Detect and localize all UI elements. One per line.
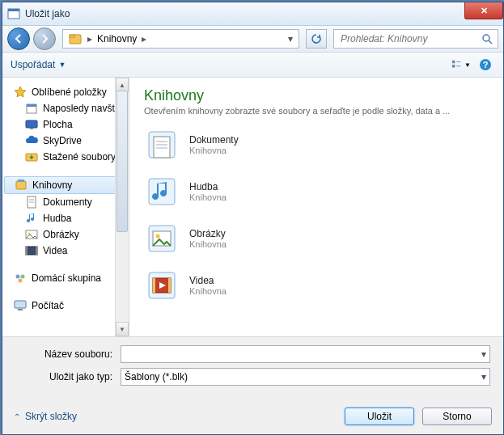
sidebar-item-videos[interactable]: Videa [2,243,129,259]
filetype-value: Šablony (*.blk) [125,371,188,382]
breadcrumb-item[interactable]: Knihovny [94,33,140,44]
pictures-library-icon [144,221,180,256]
svg-rect-7 [452,65,455,68]
sidebar-item-label: Obrázky [43,229,79,240]
organize-label: Uspořádat [11,59,55,70]
chevron-down-icon[interactable]: ▾ [481,348,486,360]
window-title: Uložit jako [25,8,70,19]
library-item-videos[interactable]: VideaKnihovna [144,268,489,303]
sidebar-item-label: Počítač [32,300,64,311]
svg-rect-14 [26,120,37,128]
main-area: Oblíbené položky Naposledy navští Plocha… [2,78,503,336]
forward-button[interactable] [33,27,56,50]
sidebar-favorites[interactable]: Oblíbené položky [2,84,129,100]
svg-rect-33 [154,137,170,158]
svg-point-40 [156,234,160,239]
sidebar-item-skydrive[interactable]: SkyDrive [2,133,129,149]
svg-point-29 [19,279,23,283]
sidebar-item-label: Oblíbené položky [32,87,107,98]
sidebar-computer[interactable]: Počítač [2,298,129,314]
svg-rect-15 [30,128,33,129]
svg-text:?: ? [483,60,489,70]
sidebar-item-pictures[interactable]: Obrázky [2,226,129,243]
library-type: Knihovna [189,286,227,296]
organize-button[interactable]: Uspořádat ▼ [11,59,66,70]
cancel-button[interactable]: Storno [422,408,492,425]
hide-folders-label: Skrýt složky [25,411,77,422]
homegroup-icon [14,272,27,285]
sidebar-item-documents[interactable]: Dokumenty [2,194,129,210]
search-box[interactable] [333,29,498,49]
library-item-documents[interactable]: DokumentyKnihovna [144,127,489,163]
address-bar[interactable]: ▸ Knihovny ▸ ▾ [62,29,299,49]
svg-point-4 [483,35,489,41]
view-options-button[interactable]: ▼ [451,56,471,74]
address-dropdown-icon[interactable]: ▾ [284,33,297,44]
svg-rect-43 [153,278,155,293]
breadcrumb-sep-icon: ▸ [140,33,148,44]
close-icon: ✕ [481,6,488,16]
cloud-icon [25,134,38,147]
sidebar-item-label: Naposledy navští [43,103,117,114]
hide-folders-button[interactable]: ⌃ Skrýt složky [14,411,77,422]
search-icon [481,33,493,44]
star-icon [14,86,27,99]
sidebar-homegroup[interactable]: Domácí skupina [2,270,129,286]
library-type: Knihovna [189,192,227,202]
library-name: Videa [189,275,227,286]
chevron-down-icon: ▼ [58,61,66,69]
breadcrumb-sep-icon: ▸ [86,33,94,44]
sidebar-item-music[interactable]: Hudba [2,210,129,226]
svg-rect-6 [452,61,455,64]
save-button[interactable]: Uložit [345,408,414,425]
sidebar-group-homegroup: Domácí skupina [2,270,129,286]
refresh-button[interactable] [306,29,327,49]
sidebar-item-label: Knihovny [32,179,72,191]
picture-icon [25,228,38,241]
music-library-icon [144,174,180,209]
back-button[interactable] [7,27,30,50]
svg-rect-30 [15,301,26,308]
sidebar-item-label: Plocha [43,119,73,130]
svg-point-27 [16,275,20,279]
title-bar[interactable]: Uložit jako ✕ [2,2,503,26]
sidebar-item-label: Domácí skupina [32,272,101,284]
scroll-down-icon[interactable]: ▼ [116,322,129,336]
sidebar-item-label: Dokumenty [43,196,92,208]
library-item-music[interactable]: HudbaKnihovna [144,174,489,209]
filetype-field[interactable]: Šablony (*.blk) ▾ [121,368,490,386]
search-input[interactable] [339,32,481,45]
chevron-down-icon[interactable]: ▾ [481,371,486,382]
filename-field[interactable]: ▾ [121,345,490,363]
chevron-up-icon: ⌃ [14,412,20,421]
filename-row: Název souboru: ▾ [15,345,490,363]
sidebar-item-recent[interactable]: Naposledy navští [2,100,129,116]
sidebar-group-libraries: Knihovny Dokumenty Hudba Obrázky Videa [2,176,129,259]
help-icon: ? [479,58,492,71]
close-button[interactable]: ✕ [464,2,503,19]
chevron-down-icon: ▼ [464,61,471,69]
filename-label: Název souboru: [15,348,112,360]
nav-bar: ▸ Knihovny ▸ ▾ [2,26,503,53]
computer-icon [14,299,27,312]
view-icon [451,59,463,70]
svg-rect-24 [26,247,37,255]
library-item-pictures[interactable]: ObrázkyKnihovna [144,221,489,256]
libraries-icon [68,32,83,46]
libraries-icon [15,179,28,192]
sidebar-item-downloads[interactable]: Stažené soubory [2,149,129,165]
sidebar-item-desktop[interactable]: Plocha [2,116,129,133]
content-subtitle: Otevřením knihovny zobrazte své soubory … [144,106,489,116]
sidebar-libraries[interactable]: Knihovny [4,176,127,194]
filetype-row: Uložit jako typ: Šablony (*.blk) ▾ [15,368,490,386]
svg-rect-25 [26,247,28,255]
help-button[interactable]: ? [476,56,495,74]
documents-library-icon [144,127,180,163]
music-icon [25,212,38,225]
scroll-thumb[interactable] [116,91,128,232]
footer: ⌃ Skrýt složky Uložit Storno [2,399,503,434]
sidebar-scrollbar[interactable]: ▲ ▼ [115,78,129,336]
sidebar-item-label: Hudba [43,213,71,224]
library-name: Obrázky [189,228,227,239]
svg-rect-3 [70,35,74,37]
